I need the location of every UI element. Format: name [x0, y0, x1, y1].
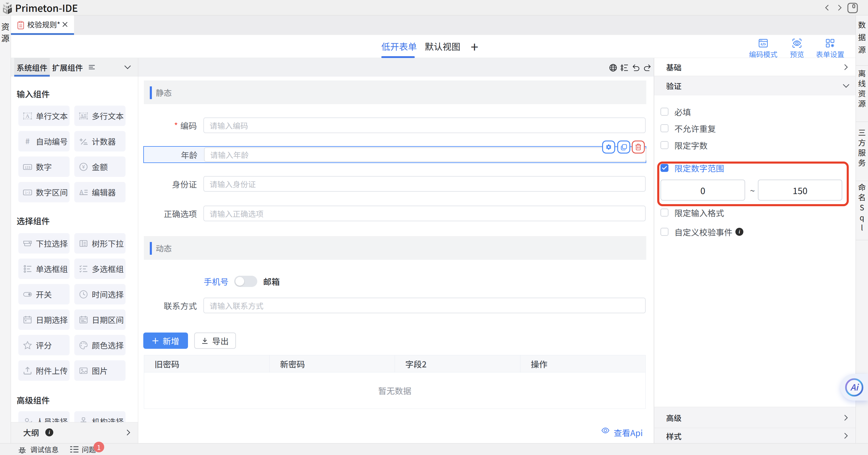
svg-text:A: A: [26, 113, 30, 119]
svg-text:1~3: 1~3: [25, 190, 30, 195]
svg-text:123: 123: [25, 165, 30, 169]
svg-text:A: A: [81, 113, 84, 118]
svg-text:Ai: Ai: [850, 381, 859, 393]
svg-text:#: #: [26, 137, 30, 146]
svg-text:¥: ¥: [82, 163, 85, 170]
svg-text:A: A: [79, 188, 84, 196]
